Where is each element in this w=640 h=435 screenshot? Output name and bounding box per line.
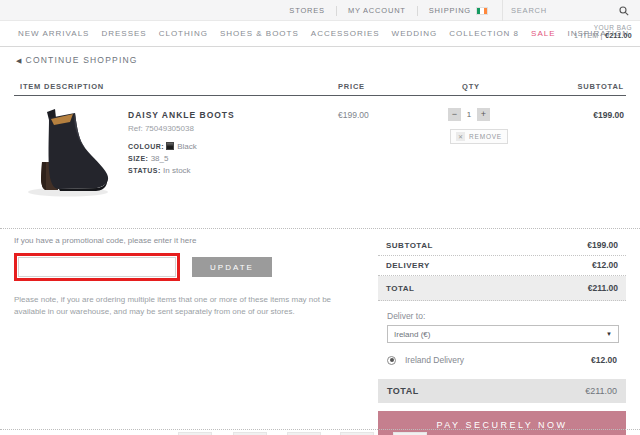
delivery-option-row: Ireland Delivery €12.00 [378, 355, 626, 365]
footer-divider [0, 429, 640, 430]
remove-label: REMOVE [469, 133, 502, 140]
cart-item-row: DAISY ANKLE BOOTS Ref: 75049305038 COLOU… [14, 100, 626, 212]
nav-collection-8[interactable]: COLLECTION 8 [449, 29, 519, 38]
promo-section: If you have a promotional code, please e… [14, 236, 336, 317]
summary-row-delivery: DELIVERY €12.00 [378, 256, 626, 276]
delivery-label: DELIVERY [386, 261, 430, 270]
back-arrow-icon: ◀ [16, 57, 23, 64]
header-qty: QTY [462, 82, 480, 91]
header-subtotal: SUBTOTAL [577, 82, 624, 91]
continue-shopping-label: CONTINUE SHOPPING [26, 55, 138, 65]
product-colour: COLOUR:Black [128, 142, 235, 151]
qty-decrease-button[interactable]: − [448, 108, 461, 121]
size-label: SIZE: [128, 155, 148, 162]
ankle-boot-image [16, 102, 116, 202]
cart-table-header: ITEM DESCRIPTION PRICE QTY SUBTOTAL [14, 80, 626, 96]
bag-item-count: 1 ITEM [574, 32, 598, 39]
country-select[interactable]: Ireland (€) ▼ [387, 325, 619, 343]
subtotal-value: €199.00 [587, 240, 618, 250]
colour-swatch-black [166, 142, 174, 150]
order-summary: SUBTOTAL €199.00 DELIVERY €12.00 TOTAL €… [378, 236, 626, 435]
your-bag-widget[interactable]: YOUR BAG 1 ITEM | €211.00 [574, 24, 632, 41]
summary-row-total: TOTAL €211.00 [378, 276, 626, 301]
quantity-stepper: − 1 + [448, 108, 490, 121]
utility-bar: STORES MY ACCOUNT SHIPPING [0, 0, 640, 21]
bag-separator: | [601, 32, 603, 39]
nav-sale[interactable]: SALE [531, 29, 555, 38]
status-label: STATUS: [128, 167, 161, 174]
total-value: €211.00 [588, 283, 618, 293]
stores-link[interactable]: STORES [289, 6, 325, 15]
remove-x-icon: ✕ [456, 132, 465, 141]
your-bag-label: YOUR BAG [574, 24, 632, 32]
warehouse-note: Please note, if you are ordering multipl… [14, 294, 332, 317]
remove-item-button[interactable]: ✕ REMOVE [450, 129, 508, 144]
nav-dresses[interactable]: DRESSES [101, 29, 146, 38]
search-box[interactable] [502, 0, 634, 21]
search-icon[interactable] [619, 6, 629, 16]
shipping-link[interactable]: SHIPPING [429, 6, 471, 15]
continue-shopping-link[interactable]: ◀CONTINUE SHOPPING [16, 55, 138, 65]
product-ref: Ref: 75049305038 [128, 124, 235, 133]
delivery-radio-selected[interactable] [387, 356, 396, 365]
chevron-down-icon: ▼ [606, 331, 612, 337]
size-value: 38_5 [151, 154, 169, 163]
search-input[interactable] [511, 6, 611, 15]
grand-total-label: TOTAL [387, 386, 419, 396]
delivery-option-label: Ireland Delivery [405, 355, 464, 365]
total-label: TOTAL [386, 284, 414, 293]
qty-increase-button[interactable]: + [477, 108, 490, 121]
colour-label: COLOUR: [128, 143, 164, 150]
country-selected-value: Ireland (€) [394, 330, 430, 339]
qty-value: 1 [461, 110, 477, 119]
product-details: DAISY ANKLE BOOTS Ref: 75049305038 COLOU… [128, 110, 235, 178]
update-button[interactable]: UPDATE [192, 257, 272, 277]
delivery-value: €12.00 [592, 260, 618, 270]
product-name[interactable]: DAISY ANKLE BOOTS [128, 110, 235, 120]
delivery-option-price: €12.00 [591, 355, 617, 365]
header-price: PRICE [338, 82, 365, 91]
promo-code-label: If you have a promotional code, please e… [14, 236, 336, 245]
subtotal-label: SUBTOTAL [386, 241, 433, 250]
header-item-description: ITEM DESCRIPTION [20, 82, 104, 91]
product-status: STATUS: In stock [128, 166, 235, 175]
product-image[interactable] [16, 102, 116, 202]
product-size: SIZE: 38_5 [128, 154, 235, 163]
nav-accessories[interactable]: ACCESSORIES [311, 29, 380, 38]
radio-dot [390, 358, 394, 362]
annotation-red-box [14, 253, 180, 281]
divider [417, 6, 418, 16]
main-nav: NEW ARRIVALS DRESSES CLOTHING SHOES & BO… [0, 21, 640, 47]
colour-value: Black [177, 142, 197, 151]
nav-new-arrivals[interactable]: NEW ARRIVALS [18, 29, 89, 38]
nav-shoes-boots[interactable]: SHOES & BOOTS [220, 29, 299, 38]
status-value: In stock [163, 166, 191, 175]
section-divider [0, 228, 640, 229]
nav-wedding[interactable]: WEDDING [392, 29, 438, 38]
item-subtotal: €199.00 [593, 110, 624, 120]
promo-code-input[interactable] [18, 257, 176, 277]
my-account-link[interactable]: MY ACCOUNT [348, 6, 406, 15]
bag-total: €211.00 [605, 32, 632, 39]
item-price: €199.00 [338, 110, 369, 120]
nav-clothing[interactable]: CLOTHING [159, 29, 208, 38]
deliver-to-label: Deliver to: [387, 311, 626, 321]
grand-total-row: TOTAL €211.00 [378, 379, 626, 403]
ireland-flag-icon [476, 7, 488, 15]
divider [336, 6, 337, 16]
grand-total-value: €211.00 [585, 386, 617, 396]
summary-row-subtotal: SUBTOTAL €199.00 [378, 236, 626, 256]
